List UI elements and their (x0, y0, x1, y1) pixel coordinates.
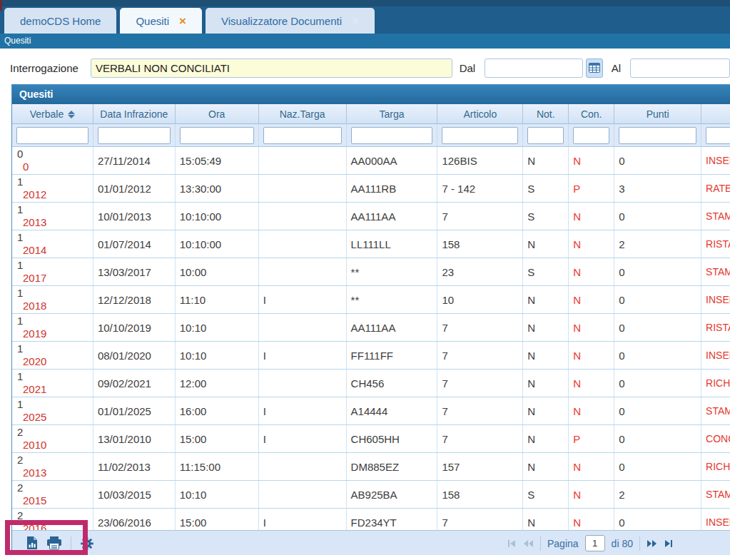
cell-data-infrazione: 01/01/2012 (93, 175, 176, 202)
verbale-anno-link[interactable]: 2014 (16, 244, 46, 257)
table-row[interactable]: 2201311/02/201311:15:00DM885EZ157NN0RICH… (12, 453, 730, 481)
table-row[interactable]: 2201013/01/201015:00ICH605HH7NP0CONC (12, 425, 730, 453)
tab-quesiti[interactable]: Quesiti × (120, 8, 202, 34)
column-header-ora[interactable]: Ora (176, 104, 259, 124)
tab-visualizzatore-documenti[interactable]: Visualizzatore Documenti × (206, 8, 375, 34)
column-header-verbale[interactable]: Verbale (12, 104, 93, 124)
verbale-anno-link[interactable]: 2025 (16, 411, 46, 424)
tab-label: demoCDS Home (20, 15, 101, 27)
cell-naz-targa (259, 230, 347, 258)
close-icon[interactable]: × (352, 15, 359, 27)
column-header-punti[interactable]: Punti (614, 104, 701, 124)
interrogazione-input[interactable] (91, 58, 452, 78)
filter-input-naz-targa[interactable] (263, 127, 342, 144)
last-page-icon[interactable] (664, 539, 673, 548)
al-date-input[interactable] (630, 58, 730, 78)
cell-esito[interactable]: STAM (701, 397, 730, 424)
page-number-input[interactable] (585, 535, 605, 551)
cell-ora: 10:10:00 (176, 230, 259, 258)
filter-input-ora[interactable] (180, 127, 254, 144)
verbale-anno-link[interactable]: 2021 (16, 383, 46, 396)
column-header-naz-targa[interactable]: Naz.Targa (259, 104, 347, 124)
cell-con: N (569, 453, 614, 480)
query-form: Interrogazione Dal Al (0, 57, 730, 78)
verbale-anno-link[interactable]: 2017 (16, 272, 46, 285)
cell-articolo: 158 (437, 230, 523, 258)
verbale-anno-link[interactable]: 2015 (16, 494, 46, 507)
verbale-anno-link[interactable]: 2010 (16, 439, 46, 452)
column-header-not[interactable]: Not. (523, 104, 569, 124)
cell-targa: ** (347, 258, 438, 285)
table-row[interactable]: 1201910/10/201910:10AA111AA7NN0RISTA (12, 314, 730, 342)
table-row[interactable]: 1202501/01/202516:00IA144447NN0STAM (12, 397, 730, 425)
cell-esito[interactable]: STAM (701, 258, 730, 285)
cell-ora: 10:10 (176, 342, 259, 369)
table-row[interactable]: 1202109/02/202112:00CH4567NN0RICHI (12, 370, 730, 397)
table-row[interactable]: 1201401/07/201410:10:00LL111LL158NN2RIST… (12, 230, 730, 258)
verbale-anno-link[interactable]: 2020 (16, 355, 46, 368)
cell-ora: 10:10 (176, 314, 259, 341)
window-corner-accent (0, 0, 2, 11)
column-header-data-infrazione[interactable]: Data Infrazione (93, 104, 176, 124)
filter-input-targa[interactable] (351, 127, 433, 144)
cell-not: N (523, 397, 569, 424)
filter-input-data-infrazione[interactable] (98, 127, 171, 144)
cell-esito[interactable]: INSER (701, 286, 730, 313)
cell-verbale: 22015 (12, 481, 93, 508)
pager-separator (540, 536, 541, 551)
filter-input-punti[interactable] (619, 127, 696, 144)
column-header-blank[interactable] (701, 104, 730, 124)
filter-input-con[interactable] (573, 127, 609, 144)
column-header-articolo[interactable]: Articolo (437, 104, 523, 124)
cell-punti: 2 (614, 230, 701, 258)
interrogazione-label: Interrogazione (10, 62, 78, 74)
next-page-icon[interactable] (647, 539, 657, 548)
cell-esito[interactable]: RISTA (701, 230, 730, 258)
cell-not: N (523, 314, 569, 341)
cell-esito[interactable]: RISTA (701, 314, 730, 341)
table-row[interactable]: 1201812/12/201811:10I**10NN0INSER (12, 286, 730, 314)
verbale-anno-link[interactable]: 2013 (16, 467, 46, 479)
filter-cell (259, 124, 347, 146)
table-row[interactable]: 0027/11/201415:05:49AA000AA126BISNN0INSE… (12, 147, 730, 175)
verbale-anno-link[interactable]: 0 (16, 161, 29, 173)
tab-democds-home[interactable]: demoCDS Home (4, 8, 116, 34)
cell-not: N (523, 453, 569, 480)
cell-esito[interactable]: STAM (701, 203, 730, 230)
cell-esito[interactable]: STAM (701, 481, 730, 508)
cell-verbale: 12012 (12, 175, 93, 202)
cell-esito[interactable]: RATE (701, 175, 730, 202)
cell-esito[interactable]: INSER (701, 342, 730, 369)
filter-input-not[interactable] (527, 127, 564, 144)
grid-filter-row (12, 124, 730, 147)
filter-input-esito[interactable] (706, 127, 730, 144)
cell-esito[interactable]: INSER (701, 147, 730, 174)
column-header-con[interactable]: Con. (569, 104, 614, 124)
table-row[interactable]: 1201201/01/201213:30:00AA111RB7 - 142SP3… (12, 175, 730, 203)
table-row[interactable]: 1202008/01/202010:10IFF111FF7NN0INSER (12, 342, 730, 370)
cell-esito[interactable]: RICHI (701, 370, 730, 397)
dal-date-input[interactable] (485, 58, 583, 78)
filter-input-articolo[interactable] (442, 127, 518, 144)
verbale-anno-link[interactable]: 2012 (16, 188, 46, 201)
table-row[interactable]: 1201713/03/201710:00**23SN0STAM (12, 258, 730, 286)
al-label: Al (612, 62, 621, 74)
cell-data-infrazione: 10/03/2015 (93, 481, 176, 508)
table-row[interactable]: 2201510/03/201510:10AB925BA158SN2STAM (12, 481, 730, 509)
cell-articolo: 7 (437, 425, 523, 452)
calendar-button[interactable] (586, 58, 602, 78)
close-icon[interactable]: × (179, 15, 186, 27)
verbale-anno-link[interactable]: 2013 (16, 216, 46, 229)
column-header-targa[interactable]: Targa (347, 104, 438, 124)
cell-targa: ** (347, 286, 438, 313)
verbale-anno-link[interactable]: 2019 (16, 327, 46, 340)
table-row[interactable]: 1201310/01/201310:10:00AA111AA7SN0STAM (12, 203, 730, 230)
cell-targa: CH605HH (347, 425, 438, 452)
filter-input-verbale[interactable] (16, 127, 88, 144)
cell-esito[interactable]: RICHI (701, 453, 730, 480)
verbale-anno-link[interactable]: 2018 (16, 300, 46, 312)
cell-naz-targa (259, 370, 347, 397)
cell-con: N (569, 481, 614, 508)
cell-esito[interactable]: CONC (701, 425, 730, 452)
cell-ora: 15:00 (176, 425, 259, 452)
